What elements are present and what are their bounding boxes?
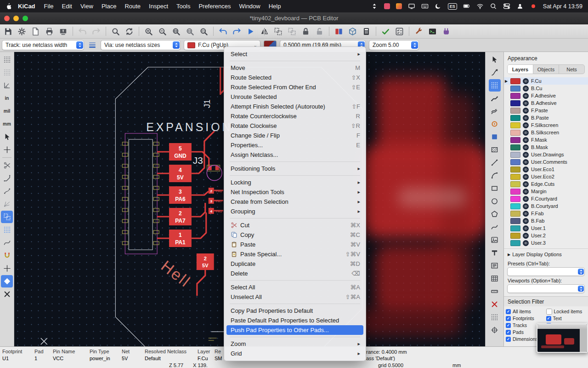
battery-icon[interactable] (463, 3, 470, 10)
layer-color-swatch[interactable] (510, 152, 520, 158)
route-tracks-icon[interactable] (489, 92, 501, 104)
zoom-out-icon[interactable] (156, 25, 169, 37)
keyboard-brightness-icon[interactable] (371, 3, 378, 10)
layer-visibility-icon[interactable] (523, 233, 529, 239)
via-display-mode-icon[interactable] (1, 275, 13, 288)
layer-color-swatch[interactable] (510, 100, 520, 106)
board-setup-icon[interactable] (16, 25, 28, 37)
expansion-silkscreen-text[interactable]: EXPANSION (146, 121, 232, 133)
filter-all-items[interactable]: All items (506, 308, 546, 315)
menu-item-zoom[interactable]: Zoom▸ (226, 339, 363, 349)
zoom-to-selection-icon[interactable] (198, 25, 210, 37)
select-tool-icon[interactable] (489, 53, 501, 66)
menubar-menu-help[interactable]: Help (265, 3, 285, 10)
scripting-console-icon[interactable] (426, 25, 439, 37)
add-via-icon[interactable] (489, 131, 501, 143)
menu-item-select[interactable]: Select▸ (226, 49, 363, 59)
menu-item-unroute-selected[interactable]: Unroute Selected (226, 92, 363, 102)
close-window-button[interactable] (4, 16, 10, 21)
screen-mirroring-icon[interactable] (408, 3, 415, 10)
menu-item-push-pad-properties-to-other-pads[interactable]: Push Pad Properties to Other Pads... (226, 325, 363, 335)
plot-icon[interactable] (57, 25, 69, 37)
units-inches-icon[interactable]: in (1, 92, 13, 104)
curved-ratsnest-icon[interactable] (1, 236, 13, 249)
rotate-cw-icon[interactable] (231, 25, 243, 37)
menu-item-positioning-tools[interactable]: Positioning Tools▸ (226, 164, 363, 173)
tab-nets[interactable]: Nets (559, 65, 584, 74)
layer-row-user-3[interactable]: User.3 (504, 239, 588, 247)
filter-footprints-checkbox[interactable] (506, 316, 511, 321)
layer-visibility-icon[interactable] (523, 196, 529, 202)
units-mils-icon[interactable]: mil (1, 105, 13, 117)
menubar-menu-route[interactable]: Route (120, 3, 145, 10)
layer-color-swatch[interactable] (510, 93, 520, 99)
add-dimension-icon[interactable] (489, 285, 501, 298)
calculator-tools-icon[interactable] (360, 25, 373, 37)
filter-text[interactable]: Text (546, 315, 587, 322)
layer-row-user-eco2[interactable]: User.Eco2 (504, 173, 588, 180)
layer-color-swatch[interactable] (510, 211, 520, 217)
cleanup-tool-icon[interactable] (413, 25, 425, 37)
layer-visibility-icon[interactable] (523, 137, 529, 143)
draw-arc-icon[interactable] (489, 169, 501, 182)
track-display-mode-icon[interactable] (1, 288, 13, 300)
mirror-icon[interactable] (258, 25, 271, 37)
units-mm-icon[interactable]: mm (1, 118, 13, 130)
magnetic-pads-icon[interactable] (1, 249, 13, 262)
polar-coordinates-icon[interactable] (1, 79, 13, 92)
spotlight-icon[interactable] (490, 3, 497, 10)
hello-silkscreen-text[interactable]: Hell (158, 257, 194, 291)
layer-row-f-courtyard[interactable]: F.Courtyard (504, 195, 588, 202)
menu-item-grid[interactable]: Grid▸ (226, 349, 363, 358)
layer-row-b-courtyard[interactable]: B.Courtyard (504, 202, 588, 210)
highlight-collisions-icon[interactable] (1, 211, 13, 223)
apple-menu-icon[interactable] (6, 3, 11, 10)
layer-row-b-paste[interactable]: B.Paste (504, 114, 588, 121)
menu-item-properties[interactable]: Properties...E (226, 140, 363, 150)
pad-j1-3[interactable]: 3 PA6 (169, 186, 192, 204)
layer-color-swatch[interactable] (510, 167, 520, 172)
layer-row-edge-cuts[interactable]: Edge.Cuts (504, 180, 588, 188)
filter-tracks-checkbox[interactable] (506, 323, 511, 328)
layer-color-swatch[interactable] (510, 144, 520, 150)
layer-visibility-icon[interactable] (523, 108, 529, 114)
redo-icon[interactable] (90, 25, 102, 37)
layer-color-swatch[interactable] (510, 86, 520, 92)
add-image-icon[interactable] (489, 234, 501, 246)
layer-visibility-icon[interactable] (523, 152, 529, 158)
window-titlebar[interactable]: *tiny402_devboard — PCB Editor (0, 12, 588, 24)
add-textbox-icon[interactable] (489, 259, 501, 272)
layer-color-swatch[interactable] (510, 130, 520, 136)
layer-visibility-icon[interactable] (523, 144, 529, 150)
via-size-dropdown[interactable]: Via: use netclass sizes (101, 40, 181, 50)
layer-color-swatch[interactable] (510, 203, 520, 209)
layer-visibility-icon[interactable] (523, 122, 529, 128)
delete-tool-icon[interactable] (489, 298, 501, 310)
layer-visibility-icon[interactable] (523, 100, 529, 106)
layer-row-user-1[interactable]: User.1 (504, 224, 588, 232)
pad-j1-1[interactable]: 1 PA1 (169, 230, 192, 247)
menu-item-move[interactable]: MoveM (226, 63, 363, 73)
minimize-window-button[interactable] (13, 16, 19, 21)
layer-visibility-icon[interactable] (523, 174, 529, 180)
keyboard-viewer-icon[interactable] (421, 3, 429, 10)
pad-j1-4[interactable]: 4 5V (169, 165, 192, 182)
connector-outline[interactable] (129, 139, 153, 250)
layer-row-f-cu[interactable]: ▶F.Cu (504, 77, 588, 85)
layer-color-swatch[interactable] (510, 108, 520, 114)
menu-item-select-all[interactable]: Select All⌘A (226, 282, 363, 292)
menu-item-create-from-selection[interactable]: Create from Selection▸ (226, 197, 363, 207)
layer-color-swatch[interactable] (510, 159, 520, 165)
ratsnest-lines-icon[interactable] (1, 198, 13, 210)
track-width-icon[interactable] (87, 40, 97, 50)
layer-row-user-eco1[interactable]: User.Eco1 (504, 166, 588, 173)
layer-color-swatch[interactable] (510, 225, 520, 231)
lock-items-icon[interactable] (300, 25, 312, 37)
local-ratsnest-icon[interactable] (489, 79, 501, 92)
layer-visibility-icon[interactable] (523, 211, 529, 217)
plugins-icon[interactable] (440, 25, 452, 37)
layer-visibility-icon[interactable] (523, 115, 529, 121)
presets-dropdown[interactable] (507, 267, 585, 276)
menu-item-grouping[interactable]: Grouping▸ (226, 207, 363, 216)
drill-origin-icon[interactable] (489, 311, 501, 323)
